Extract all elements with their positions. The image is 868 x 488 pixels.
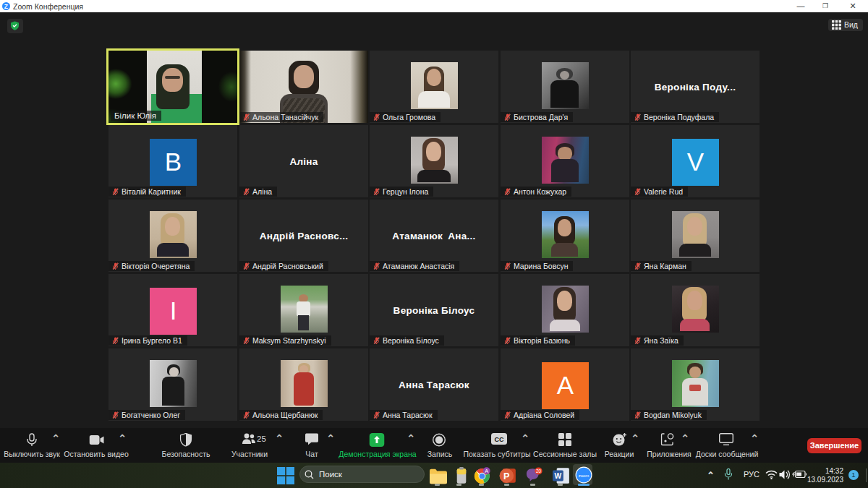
- svg-text:20: 20: [536, 468, 542, 474]
- svg-text:A: A: [485, 468, 488, 474]
- svg-text:P: P: [503, 471, 509, 481]
- svg-text:CC: CC: [495, 436, 504, 443]
- svg-text:zoom: zoom: [579, 474, 590, 478]
- svg-text:W: W: [555, 472, 562, 480]
